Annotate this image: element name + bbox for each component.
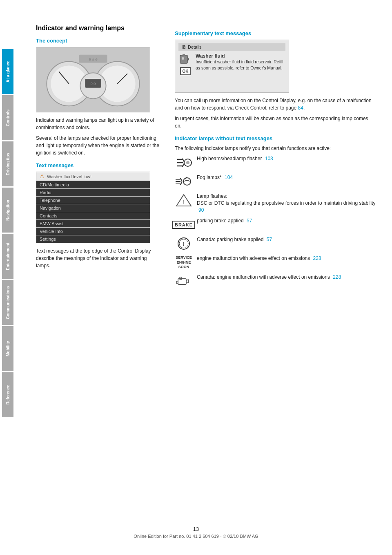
concept-body1: Indicator and warning lamps can light up…	[36, 116, 163, 131]
supp-content: OK Washer fluid Insufficient washer flui…	[178, 53, 285, 75]
indicator-text-dsc: Lamp flashes:DSC or DTC is regulating th…	[197, 193, 376, 213]
list-item[interactable]: Settings	[36, 235, 150, 243]
list-item[interactable]: Radio	[36, 189, 150, 197]
svg-text:⚙ ⊙ ⊙: ⚙ ⊙ ⊙	[89, 58, 98, 61]
page-ref-228-canada[interactable]: 228	[333, 274, 341, 280]
section-title: Indicator and warning lamps	[36, 25, 163, 32]
page-number: 13	[0, 526, 392, 532]
right-column: Supplementary text messages 🖹 Details	[175, 25, 376, 522]
warning-triangle-icon: ⚠	[40, 173, 45, 179]
supp-body-text: Insufficient washer fluid in fluid reser…	[196, 59, 285, 71]
sidebar-tab-controls[interactable]: Controls	[2, 95, 13, 140]
indicator-text-canada-brake: Canada: parking brake applied 57	[197, 236, 376, 243]
indicator-row-canada-engine: Canada: engine malfunction with adverse …	[175, 274, 376, 289]
svg-text:!: !	[183, 199, 185, 205]
text-messages-header: ⚠ Washer fluid level low!	[36, 172, 150, 181]
dsc-triangle-icon: !	[175, 193, 193, 208]
supp-para1: You can call up more information on the …	[175, 97, 376, 112]
details-label: Details	[188, 45, 202, 49]
canada-brake-icon: !	[175, 236, 193, 251]
sidebar-tab-reference[interactable]: Reference	[2, 372, 13, 417]
svg-rect-34	[176, 281, 178, 284]
text-messages-box: ⚠ Washer fluid level low! CD/Multimedia …	[36, 172, 150, 243]
supplementary-image: 🖹 Details OK	[175, 40, 289, 93]
page-footer: 13 Online Edition for Part no. 01 41 2 6…	[0, 526, 392, 539]
list-item[interactable]: Vehicle Info	[36, 228, 150, 235]
sidebar: At a glance Controls Driving tips Naviga…	[0, 0, 16, 555]
indicator-row-service-engine: SERVICEENGINESOON engine malfunction wit…	[175, 255, 376, 270]
high-beam-icon	[175, 155, 193, 170]
svg-text:0.0: 0.0	[91, 82, 96, 86]
indicator-text-brake: parking brake applied 57	[197, 217, 376, 224]
page-ref-90[interactable]: 90	[198, 207, 204, 213]
indicator-row-canada-brake: ! Canada: parking brake applied 57	[175, 236, 376, 251]
list-item[interactable]: Contacts	[36, 212, 150, 220]
concept-subtitle: The concept	[36, 38, 163, 44]
text-messages-list: CD/Multimedia Radio Telephone Navigation…	[36, 181, 150, 243]
indicator-text-canada-engine: Canada: engine malfunction with adverse …	[197, 274, 376, 281]
brake-icon: BRAKE	[175, 217, 193, 232]
svg-rect-29	[178, 279, 186, 284]
washer-fluid-icon	[179, 54, 192, 65]
list-item[interactable]: Navigation	[36, 204, 150, 212]
list-item[interactable]: BMW Assist	[36, 220, 150, 228]
dashboard-image: 0.0 ⚙ ⊙ ⊙	[36, 47, 150, 112]
indicator-row-high-beam: High beams/headlamp flasher 103	[175, 155, 376, 170]
page-ref-228-service[interactable]: 228	[313, 255, 321, 261]
indicator-text-high-beam: High beams/headlamp flasher 103	[197, 155, 376, 162]
page-ref-57-brake[interactable]: 57	[247, 218, 252, 224]
page-ref-57-canada[interactable]: 57	[267, 237, 272, 242]
svg-point-18	[186, 161, 189, 164]
text-messages-subtitle: Text messages	[36, 162, 163, 168]
canada-engine-svg	[175, 274, 193, 289]
list-item[interactable]: Telephone	[36, 197, 150, 204]
details-icon: 🖹	[182, 45, 186, 49]
indicator-list: High beams/headlamp flasher 103	[175, 155, 376, 289]
text-messages-body: Text messages at the top edge of the Con…	[36, 247, 163, 269]
sidebar-tab-entertainment[interactable]: Entertainment	[2, 234, 13, 279]
indicator-subtitle: Indicator lamps without text messages	[175, 135, 376, 141]
supp-para2: In urgent cases, this information will b…	[175, 115, 376, 130]
brake-label: BRAKE	[172, 221, 195, 229]
svg-rect-30	[180, 277, 182, 280]
svg-point-13	[182, 57, 184, 60]
sidebar-tab-mobility[interactable]: Mobility	[2, 326, 13, 371]
supp-header: 🖹 Details	[178, 43, 285, 51]
indicator-text-service-engine: engine malfunction with adverse effect o…	[197, 255, 376, 262]
indicator-row-fog: Fog lamps* 104	[175, 174, 376, 189]
main-content: Indicator and warning lamps The concept	[16, 0, 392, 555]
service-engine-icon: SERVICEENGINESOON	[175, 255, 193, 270]
canada-engine-icon	[175, 274, 193, 289]
page-ref-103[interactable]: 103	[265, 156, 273, 161]
indicator-row-dsc: ! Lamp flashes:DSC or DTC is regulating …	[175, 193, 376, 213]
concept-body2: Several of the lamps are checked for pro…	[36, 134, 163, 157]
service-engine-label: SERVICEENGINESOON	[176, 255, 192, 270]
page-ref-104[interactable]: 104	[225, 175, 233, 180]
svg-point-22	[183, 178, 191, 185]
supp-ok-button[interactable]: OK	[180, 67, 191, 75]
supplementary-subtitle: Supplementary text messages	[175, 30, 376, 36]
indicator-intro: The following indicator lamps notify you…	[175, 145, 376, 152]
fog-lamp-icon	[175, 174, 193, 189]
list-item[interactable]: CD/Multimedia	[36, 181, 150, 189]
svg-text:!: !	[183, 241, 185, 247]
sidebar-tab-driving-tips[interactable]: Driving tips	[2, 141, 13, 186]
page-ref-84[interactable]: 84	[298, 105, 303, 111]
left-column: Indicator and warning lamps The concept	[36, 25, 163, 522]
sidebar-tab-communications[interactable]: Communications	[2, 280, 13, 325]
sidebar-tab-navigation[interactable]: Navigation	[2, 188, 13, 233]
footer-text: Online Edition for Part no. 01 41 2 604 …	[0, 534, 392, 539]
supp-washer-title: Washer fluid	[196, 53, 285, 59]
sidebar-tab-at-a-glance[interactable]: At a glance	[2, 49, 13, 94]
indicator-text-fog: Fog lamps* 104	[197, 174, 376, 181]
indicator-row-brake: BRAKE parking brake applied 57	[175, 217, 376, 232]
